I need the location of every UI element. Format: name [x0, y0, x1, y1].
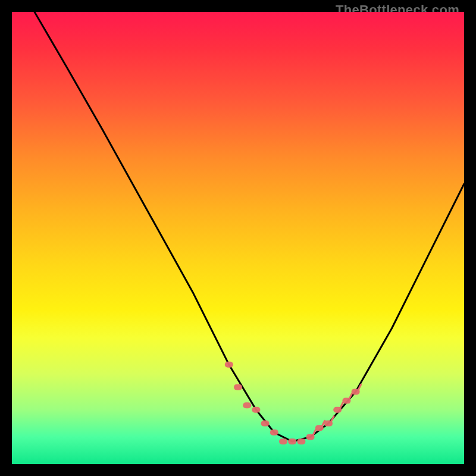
chart-gradient-bg	[12, 12, 464, 464]
chart-frame	[12, 12, 464, 464]
